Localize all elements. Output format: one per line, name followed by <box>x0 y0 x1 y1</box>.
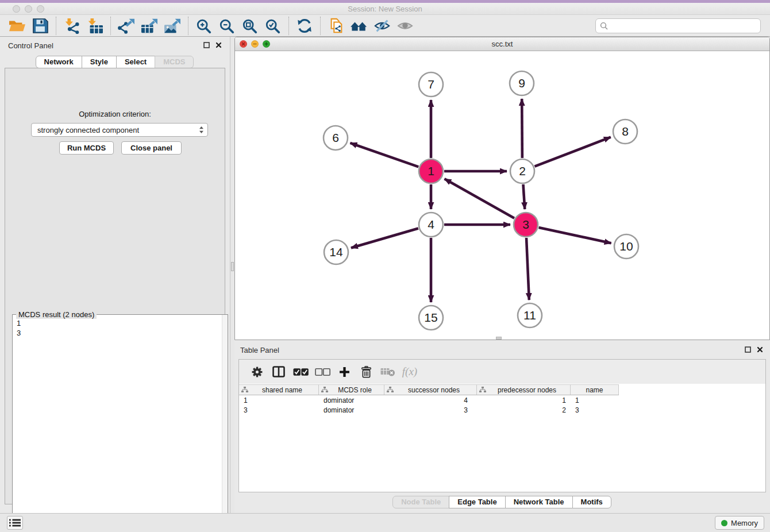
table-panel: Table Panel <box>234 341 770 513</box>
status-bar: Memory <box>0 513 770 532</box>
home-view-button[interactable] <box>348 16 371 36</box>
graph-edge-2-8[interactable] <box>534 137 610 167</box>
tab-mcds[interactable]: MCDS <box>155 56 194 68</box>
show-column-button[interactable] <box>268 362 290 381</box>
application-window: Session: New Session <box>0 0 770 532</box>
zoom-fit-icon <box>241 18 259 34</box>
control-panel-header: Control Panel <box>0 40 230 52</box>
first-neighbors-button[interactable] <box>325 16 348 36</box>
control-panel-tabs: Network Style Select MCDS <box>0 56 230 68</box>
export-network-button[interactable] <box>115 16 138 36</box>
graph-node-label-9: 9 <box>518 76 525 90</box>
graph-edge-3-1[interactable] <box>445 179 514 218</box>
tab-select[interactable]: Select <box>116 56 155 68</box>
tab-motifs[interactable]: Motifs <box>572 496 611 508</box>
import-table-button[interactable] <box>83 16 106 36</box>
column-header-mcds-role[interactable]: MCDS role <box>319 385 384 395</box>
close-panel-icon[interactable] <box>215 42 222 48</box>
close-table-panel-icon[interactable] <box>757 346 763 353</box>
panel-splitter[interactable] <box>230 37 234 513</box>
criterion-select[interactable]: strongly connected component <box>31 123 208 137</box>
close-panel-button[interactable]: Close panel <box>121 141 182 155</box>
table-settings-button[interactable] <box>246 362 268 381</box>
column-header-successor-nodes[interactable]: successor nodes <box>384 385 477 395</box>
search-icon <box>600 22 608 30</box>
graph-node-label-4: 4 <box>428 218 434 231</box>
criterion-selected-value: strongly connected component <box>37 126 199 134</box>
tree-icon <box>321 387 328 393</box>
refresh-icon <box>295 18 314 34</box>
tab-network-table[interactable]: Network Table <box>505 496 573 508</box>
save-session-button[interactable] <box>29 16 52 36</box>
control-panel-title: Control Panel <box>8 41 53 50</box>
import-table-icon <box>86 18 104 34</box>
hide-selected-button[interactable] <box>371 16 394 36</box>
network-graph[interactable]: 7968124314101511 <box>235 51 769 340</box>
column-header-name[interactable]: name <box>571 385 619 395</box>
memory-label: Memory <box>731 519 758 527</box>
network-view-window: scc.txt 7968124314101511 <box>234 37 770 340</box>
table-row[interactable]: 3 dominator 3 2 3 <box>239 406 619 415</box>
graph-edge-1-6[interactable] <box>350 143 418 167</box>
columns-icon <box>272 366 285 377</box>
import-network-button[interactable] <box>60 16 83 36</box>
graph-edge-2-3[interactable] <box>523 184 525 209</box>
task-history-button[interactable] <box>7 516 23 530</box>
float-table-panel-icon[interactable] <box>745 346 751 353</box>
delete-table-button[interactable] <box>377 362 399 381</box>
export-image-button[interactable] <box>161 16 184 36</box>
toolbar-separator <box>110 17 111 35</box>
toolbar-separator <box>188 17 188 35</box>
delete-column-button[interactable] <box>355 362 377 381</box>
canvas-resize-grip[interactable] <box>496 337 502 340</box>
open-session-button[interactable] <box>6 16 29 36</box>
tab-style[interactable]: Style <box>82 56 117 68</box>
export-table-button[interactable] <box>138 16 161 36</box>
run-mcds-button[interactable]: Run MCDS <box>59 141 114 155</box>
column-header-shared-name[interactable]: shared name <box>239 385 319 395</box>
zoom-selected-button[interactable] <box>261 16 284 36</box>
float-panel-icon[interactable] <box>203 42 210 48</box>
graph-node-label-11: 11 <box>523 309 536 322</box>
graph-node-label-7: 7 <box>428 78 434 91</box>
refresh-layout-button[interactable] <box>293 16 316 36</box>
zoom-fit-button[interactable] <box>238 16 261 36</box>
column-header-predecessor-nodes[interactable]: predecessor nodes <box>477 385 571 395</box>
add-column-button[interactable] <box>333 362 355 381</box>
table-toolbar: f(x) <box>239 360 765 384</box>
search-input[interactable] <box>611 21 756 30</box>
function-builder-button[interactable]: f(x) <box>399 362 421 381</box>
double-home-icon <box>350 18 368 34</box>
graph-edge-3-10[interactable] <box>538 228 611 243</box>
table-row[interactable]: 1 dominator 4 1 1 <box>239 396 619 406</box>
memory-button[interactable]: Memory <box>715 516 764 530</box>
network-window-title: scc.txt <box>235 40 769 48</box>
graph-edge-4-14[interactable] <box>351 228 418 248</box>
select-all-button[interactable] <box>290 362 311 381</box>
window-titlebar: Session: New Session <box>0 3 770 15</box>
graph-node-label-15: 15 <box>424 311 437 324</box>
graph-edge-3-11[interactable] <box>526 238 529 300</box>
mcds-result-title: MCDS result (2 nodes) <box>16 310 97 319</box>
graph-edge-2-9[interactable] <box>522 99 522 158</box>
tab-network[interactable]: Network <box>36 56 82 68</box>
toolbar-separator <box>56 17 56 35</box>
zoom-out-button[interactable] <box>215 16 238 36</box>
result-scrollbar[interactable] <box>222 315 228 531</box>
show-all-button[interactable] <box>394 16 417 36</box>
splitter-grip[interactable] <box>231 262 234 271</box>
save-floppy-icon <box>31 18 49 34</box>
open-folder-icon <box>8 18 26 34</box>
zoom-in-button[interactable] <box>192 16 215 36</box>
gear-icon <box>251 366 263 378</box>
network-window-titlebar[interactable]: scc.txt <box>235 37 769 51</box>
graph-node-label-14: 14 <box>329 245 343 259</box>
table-panel-title: Table Panel <box>240 346 279 354</box>
network-canvas: 7968124314101511 <box>235 51 769 340</box>
deselect-all-button[interactable] <box>311 362 333 381</box>
tab-node-table[interactable]: Node Table <box>392 496 449 508</box>
tab-edge-table[interactable]: Edge Table <box>449 496 505 508</box>
export-table-icon <box>140 18 159 34</box>
workspace: scc.txt 7968124314101511 Table Panel <box>234 37 770 513</box>
eye-slash-icon <box>373 18 391 34</box>
